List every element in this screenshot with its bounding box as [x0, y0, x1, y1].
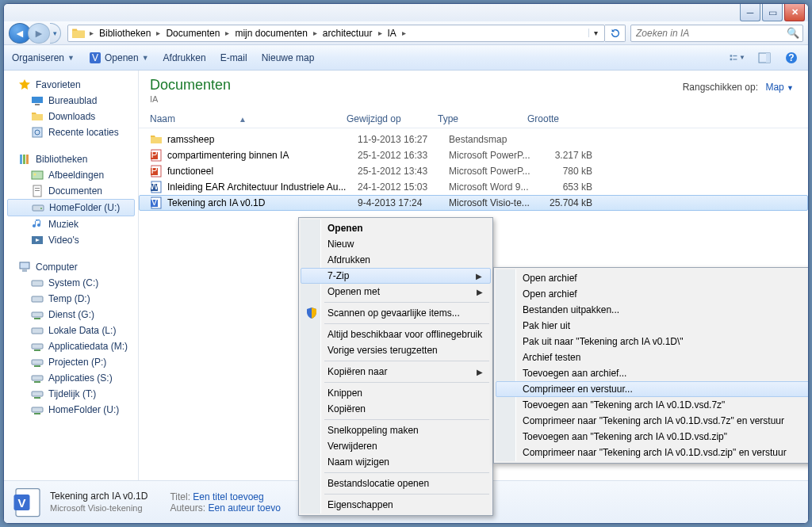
search-input[interactable]: [634, 27, 787, 40]
context-menu-item[interactable]: Open archief: [496, 270, 809, 286]
sidebar-item-drive[interactable]: Temp (D:): [4, 291, 138, 307]
search-box[interactable]: 🔍: [630, 25, 803, 42]
context-menu-item[interactable]: Kopiëren naar▶: [301, 364, 491, 380]
arrange-by[interactable]: Rangschikken op: Map ▼: [683, 82, 794, 93]
svg-rect-30: [32, 296, 43, 302]
context-menu-item[interactable]: 7-Zip▶: [301, 268, 491, 284]
sidebar-item-recent[interactable]: Recente locaties: [4, 124, 138, 140]
context-menu-item[interactable]: Openen: [301, 220, 491, 236]
context-menu-item[interactable]: Nieuw: [301, 236, 491, 252]
titlebar: ─ ▭ ✕: [4, 4, 808, 21]
context-item-label: Kopiëren naar: [327, 366, 387, 377]
details-title-value[interactable]: Een titel toevoeg: [193, 491, 263, 502]
context-menu-item[interactable]: Afdrukken: [301, 252, 491, 268]
sidebar-item-drive[interactable]: Applicaties (S:): [4, 370, 138, 386]
table-row[interactable]: WInleiding EAR Architectuur Industriele …: [139, 179, 808, 195]
sidebar-item-videos[interactable]: Video's: [4, 232, 138, 248]
crumb[interactable]: Documenten: [163, 28, 223, 39]
context-menu-item[interactable]: Naam wijzigen: [301, 454, 491, 470]
sidebar-item-drive[interactable]: Applicatiedata (M:): [4, 338, 138, 354]
context-menu-item[interactable]: Verwijderen: [301, 438, 491, 454]
context-menu-item[interactable]: Toevoegen aan "Tekening arch IA v0.1D.vs…: [496, 429, 809, 445]
sidebar-item-label: Temp (D:): [48, 293, 90, 304]
table-row[interactable]: Pfunctioneel25-1-2012 13:43Microsoft Pow…: [139, 163, 808, 179]
svg-rect-0: [72, 30, 85, 37]
crumb[interactable]: Bibliotheken: [96, 28, 154, 39]
nav-history-dropdown[interactable]: ▾: [50, 23, 61, 44]
col-type[interactable]: Type: [438, 113, 527, 124]
context-menu-item[interactable]: Altijd beschikbaar voor offlinegebruik: [301, 327, 491, 342]
sidebar-item-drive[interactable]: Lokale Data (L:): [4, 323, 138, 338]
sidebar-item-pictures[interactable]: Afbeeldingen: [4, 167, 138, 183]
sidebar-item-documents[interactable]: Documenten: [4, 183, 138, 199]
breadcrumb[interactable]: ▸ Bibliotheken ▸ Documenten ▸ mijn docum…: [67, 25, 605, 42]
new-folder-button[interactable]: Nieuwe map: [262, 52, 315, 63]
context-menu-item[interactable]: Comprimeer naar "Tekening arch IA v0.1D.…: [496, 413, 809, 429]
help-button[interactable]: ?: [783, 49, 800, 67]
context-menu-item[interactable]: Snelkoppeling maken: [301, 422, 491, 438]
crumb[interactable]: IA: [385, 28, 400, 39]
sidebar-item-desktop[interactable]: Bureaublad: [4, 93, 138, 109]
context-menu-item[interactable]: Comprimeer naar "Tekening arch IA v0.1D.…: [496, 445, 809, 460]
sidebar-item-drive[interactable]: System (C:): [4, 275, 138, 291]
context-menu-item[interactable]: Toevoegen aan archief...: [496, 365, 809, 381]
arrange-value[interactable]: Map: [765, 82, 783, 93]
context-menu-item[interactable]: Kopiëren: [301, 401, 491, 417]
context-menu-item[interactable]: Comprimeer en verstuur...: [496, 381, 809, 397]
context-item-label: Toevoegen aan "Tekening arch IA v0.1D.vs…: [523, 399, 725, 411]
context-menu-item[interactable]: Vorige versies terugzetten: [301, 342, 491, 358]
toolbar-label: Nieuwe map: [262, 52, 315, 63]
table-row[interactable]: ramssheep11-9-2013 16:27Bestandsmap: [139, 132, 808, 147]
col-modified[interactable]: Gewijzigd op: [347, 113, 438, 124]
sidebar-item-homefolder[interactable]: HomeFolder (U:): [7, 199, 135, 216]
minimize-button[interactable]: ─: [740, 4, 760, 21]
context-menu-item[interactable]: Knippen: [301, 385, 491, 401]
sidebar-item-drive[interactable]: HomeFolder (U:): [4, 402, 138, 418]
print-button[interactable]: Afdrukken: [163, 52, 206, 63]
context-menu-item[interactable]: Bestandslocatie openen: [301, 475, 491, 491]
column-headers[interactable]: Naam▲ Gewijzigd op Type Grootte: [139, 104, 808, 128]
context-submenu-7zip[interactable]: Open archiefOpen archief▶Bestanden uitpa…: [493, 267, 809, 464]
sidebar-item-drive[interactable]: Projecten (P:): [4, 354, 138, 370]
sidebar-head-computer[interactable]: Computer: [4, 259, 138, 275]
open-button[interactable]: V Openen ▼: [89, 52, 149, 64]
svg-rect-40: [32, 391, 43, 396]
sidebar-item-music[interactable]: Muziek: [4, 216, 138, 232]
file-modified: 11-9-2013 16:27: [358, 134, 449, 145]
context-menu-item[interactable]: Archief testen: [496, 349, 809, 365]
context-menu-item[interactable]: Openen met▶: [301, 284, 491, 300]
context-menu-item[interactable]: Pak uit naar "Tekening arch IA v0.1D\": [496, 334, 809, 349]
preview-pane-button[interactable]: [756, 49, 773, 67]
sidebar-item-drive[interactable]: Dienst (G:): [4, 307, 138, 323]
context-menu-item[interactable]: Open archief▶: [496, 286, 809, 302]
crumb[interactable]: mijn documenten: [232, 28, 310, 39]
context-item-label: Verwijderen: [327, 441, 377, 452]
context-item-label: Pak hier uit: [523, 320, 570, 331]
col-name[interactable]: Naam: [150, 113, 175, 124]
close-button[interactable]: ✕: [784, 4, 805, 21]
organize-button[interactable]: Organiseren ▼: [12, 52, 75, 63]
refresh-button[interactable]: [605, 25, 626, 42]
context-item-label: Bestanden uitpakken...: [523, 304, 619, 315]
details-authors-value[interactable]: Een auteur toevo: [208, 502, 280, 514]
nav-forward-button[interactable]: ►: [28, 23, 50, 44]
context-menu-item[interactable]: Toevoegen aan "Tekening arch IA v0.1D.vs…: [496, 397, 809, 413]
breadcrumb-dropdown[interactable]: ▾: [588, 29, 603, 37]
context-menu-item[interactable]: Pak hier uit: [496, 318, 809, 334]
context-menu-item[interactable]: Scannen op gevaarlijke items...: [301, 305, 491, 321]
context-menu-item[interactable]: Eigenschappen: [301, 497, 491, 513]
table-row[interactable]: VTekening arch IA v0.1D9-4-2013 17:24Mic…: [139, 195, 808, 211]
context-menu-item[interactable]: Bestanden uitpakken...: [496, 302, 809, 318]
context-menu[interactable]: OpenenNieuwAfdrukken7-Zip▶Openen met▶Sca…: [298, 217, 493, 516]
crumb[interactable]: architectuur: [320, 28, 376, 39]
sidebar-head-favorites[interactable]: Favorieten: [4, 77, 138, 93]
view-mode-button[interactable]: ▼: [729, 49, 746, 67]
sidebar-item-drive[interactable]: Tijdelijk (T:): [4, 386, 138, 402]
context-item-label: Vorige versies terugzetten: [327, 345, 438, 356]
email-button[interactable]: E-mail: [220, 52, 247, 63]
maximize-button[interactable]: ▭: [762, 4, 783, 21]
col-size[interactable]: Grootte: [527, 113, 599, 124]
sidebar-item-downloads[interactable]: Downloads: [4, 109, 138, 124]
table-row[interactable]: Pcompartimentering binnen IA25-1-2012 16…: [139, 147, 808, 163]
sidebar-head-libraries[interactable]: Bibliotheken: [4, 151, 138, 167]
